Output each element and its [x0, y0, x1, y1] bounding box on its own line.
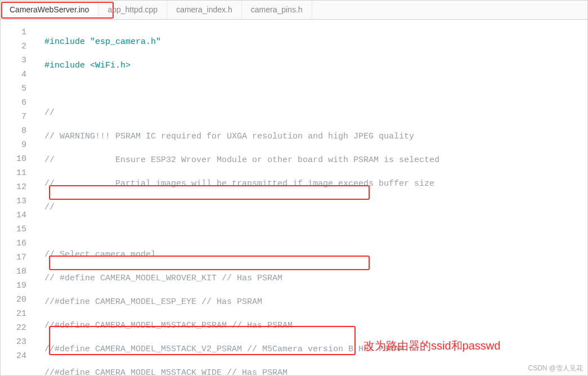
line-number: 3: [1, 53, 26, 68]
code-line: #include <WiFi.h>: [44, 59, 587, 73]
line-number: 19: [1, 279, 26, 293]
line-number: 18: [1, 265, 26, 279]
line-number: 2: [1, 39, 26, 53]
line-number-gutter: 1 2 3 4 5 6 7 8 9 10 11 12 13 14 15 16 1…: [1, 20, 34, 375]
code-line: // WARNING!!! PSRAM IC required for UXGA…: [44, 129, 587, 144]
code-editor[interactable]: 1 2 3 4 5 6 7 8 9 10 11 12 13 14 15 16 1…: [1, 20, 587, 375]
line-number: 23: [1, 335, 26, 349]
line-number: 24: [1, 349, 26, 363]
line-number: 10: [1, 152, 26, 166]
line-number: 1: [1, 25, 26, 39]
code-line: //#define CAMERA_MODEL_M5STACK_V2_PSRAM …: [44, 342, 587, 356]
code-line: //: [44, 106, 587, 120]
code-line: [44, 82, 587, 96]
line-number: 8: [1, 124, 26, 138]
code-line: // Ensure ESP32 Wrover Module or other b…: [44, 153, 587, 167]
tab-app-httpd[interactable]: app_httpd.cpp: [98, 1, 167, 19]
tab-camera-web-server[interactable]: CameraWebServer.ino: [1, 1, 98, 19]
code-line: [44, 224, 587, 238]
line-number: 20: [1, 293, 26, 307]
code-line: // #define CAMERA_MODEL_WROVER_KIT // Ha…: [44, 271, 587, 285]
line-number: 17: [1, 250, 26, 265]
line-number: 14: [1, 208, 26, 222]
line-number: 15: [1, 222, 26, 236]
code-line: //#define CAMERA_MODEL_ESP_EYE // Has PS…: [44, 295, 587, 309]
code-line: // Partial images will be transmitted if…: [44, 177, 587, 191]
code-line: #include "esp_camera.h": [44, 35, 587, 49]
line-number: 21: [1, 307, 26, 321]
line-number: 7: [1, 110, 26, 124]
line-number: 11: [1, 166, 26, 180]
tab-bar: CameraWebServer.ino app_httpd.cpp camera…: [1, 1, 587, 20]
code-line: //#define CAMERA_MODEL_M5STACK_WIDE // H…: [44, 366, 587, 376]
code-line: //: [44, 200, 587, 214]
line-number: 22: [1, 321, 26, 335]
code-line: // Select camera model: [44, 248, 587, 262]
code-line: //#define CAMERA_MODEL_M5STACK_PSRAM // …: [44, 319, 587, 333]
tab-camera-pins[interactable]: camera_pins.h: [242, 1, 312, 19]
line-number: 16: [1, 236, 26, 250]
line-number: 5: [1, 82, 26, 96]
code-area[interactable]: #include "esp_camera.h" #include <WiFi.h…: [34, 20, 587, 375]
tab-camera-index[interactable]: camera_index.h: [167, 1, 242, 19]
line-number: 12: [1, 180, 26, 194]
line-number: 4: [1, 68, 26, 82]
line-number: 13: [1, 194, 26, 208]
line-number: 9: [1, 138, 26, 152]
line-number: 6: [1, 96, 26, 110]
